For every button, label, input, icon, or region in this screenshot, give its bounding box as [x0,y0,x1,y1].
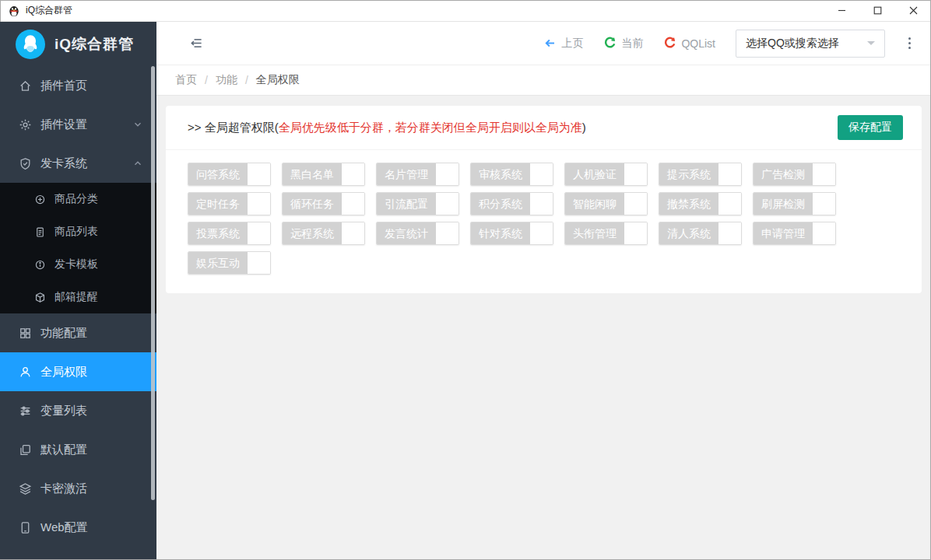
permission-item[interactable]: 撤禁系统 [659,192,742,215]
nav-prev-page[interactable]: 上页 [543,37,583,51]
permission-checkbox[interactable] [530,222,553,244]
permission-item[interactable]: 刷屏检测 [753,192,836,215]
permission-checkbox[interactable] [813,193,835,215]
permission-item[interactable]: 清人系统 [659,222,742,245]
permission-item[interactable]: 远程系统 [282,222,365,245]
sidebar-item-plugin-settings[interactable]: 插件设置 [0,105,156,144]
permission-checkbox[interactable] [342,163,364,185]
permission-label: 循环任务 [283,193,342,215]
chevron-down-icon [133,120,142,129]
breadcrumb-item[interactable]: 功能 [216,73,237,87]
collapse-sidebar-icon[interactable] [189,36,204,51]
heading-prefix: >> 全局超管权限( [188,121,279,134]
toolbar: 上页 当前 [156,22,931,65]
permission-item[interactable]: 人机验证 [564,163,648,186]
permission-checkbox[interactable] [530,193,553,215]
permission-checkbox[interactable] [718,222,741,244]
save-config-button[interactable]: 保存配置 [838,115,903,140]
permission-item[interactable]: 问答系统 [188,163,271,186]
sidebar-item-label: 功能配置 [40,326,87,341]
qq-logo-icon [16,30,45,59]
sidebar-nav: 插件首页插件设置发卡系统商品分类商品列表发卡模板邮箱提醒功能配置全局权限变量列表… [0,66,156,547]
user-icon [19,366,32,379]
permission-label: 黑白名单 [283,163,342,185]
maximize-button[interactable] [859,0,895,21]
permission-label: 刷屏检测 [754,193,813,215]
permission-checkbox[interactable] [248,163,270,185]
permission-item[interactable]: 申请管理 [753,222,836,245]
sidebar-item-web-config[interactable]: Web配置 [0,508,156,547]
permission-item[interactable]: 投票系统 [188,222,271,245]
sidebar-item-product-list[interactable]: 商品列表 [0,215,156,248]
permission-checkbox[interactable] [624,193,647,215]
minimize-button[interactable] [824,0,859,21]
permission-checkbox[interactable] [624,222,647,244]
permission-checkbox[interactable] [342,222,364,244]
permission-item[interactable]: 审核系统 [470,163,553,186]
permission-checkbox[interactable] [624,163,647,185]
sidebar-item-variable-list[interactable]: 变量列表 [0,391,156,430]
permission-label: 发言统计 [377,222,436,244]
sidebar-item-function-config[interactable]: 功能配置 [0,313,156,352]
permission-checkbox[interactable] [813,222,835,244]
permission-item[interactable]: 引流配置 [376,192,459,215]
permission-checkbox[interactable] [813,163,835,185]
permission-checkbox[interactable] [718,163,741,185]
app-window: iQ综合群管 iQ综合群管 插件首页插件设置发卡系统商品分类商品列表发卡模板邮箱… [0,0,931,560]
sidebar-scrollbar-thumb[interactable] [151,66,155,500]
permission-label: 投票系统 [188,222,248,244]
sidebar-item-label: 插件设置 [40,117,87,132]
permission-item[interactable]: 针对系统 [470,222,553,245]
permission-label: 头衔管理 [565,222,624,244]
qq-select-dropdown[interactable]: 选择QQ或搜索选择 [736,30,885,58]
permission-checkbox[interactable] [248,222,270,244]
permission-item[interactable]: 名片管理 [376,163,459,186]
sidebar-item-label: 商品分类 [54,192,98,206]
nav-refresh-qqlist[interactable]: QQList [663,37,715,50]
permission-checkbox[interactable] [436,222,458,244]
refresh-icon [603,37,617,50]
sidebar-item-card-template[interactable]: 发卡模板 [0,248,156,281]
breadcrumb-item[interactable]: 首页 [175,73,197,87]
sidebar-item-card-system[interactable]: 发卡系统 [0,144,156,183]
permission-item[interactable]: 发言统计 [376,222,459,245]
permission-item[interactable]: 智能闲聊 [564,192,648,215]
sidebar-item-label: 商品列表 [54,225,98,239]
permission-item[interactable]: 提示系统 [659,163,742,186]
sidebar-item-default-config[interactable]: 默认配置 [0,430,156,469]
permission-checkbox[interactable] [436,193,458,215]
sidebar-item-mail-reminder[interactable]: 邮箱提醒 [0,281,156,313]
permissions-panel: >> 全局超管权限(全局优先级低于分群，若分群关闭但全局开启则以全局为准) 保存… [166,106,922,293]
permission-checkbox[interactable] [248,252,270,274]
sidebar-item-label: Web配置 [40,520,88,535]
permission-checkbox[interactable] [436,163,458,185]
tablet-icon [19,521,32,534]
sidebar-item-plugin-home[interactable]: 插件首页 [0,66,156,105]
permission-item[interactable]: 积分系统 [470,192,553,215]
qq-penguin-app-icon [8,5,20,17]
more-menu-icon[interactable] [905,34,914,52]
sidebar-item-card-key-activation[interactable]: 卡密激活 [0,469,156,508]
chevron-down-icon [867,41,875,49]
sidebar-item-global-permissions[interactable]: 全局权限 [0,352,156,391]
nav-qqlist-label: QQList [681,37,715,50]
permission-item[interactable]: 广告检测 [753,163,836,186]
breadcrumb-separator: / [205,74,208,86]
permission-checkbox[interactable] [718,193,741,215]
permission-item[interactable]: 循环任务 [282,192,365,215]
permission-item[interactable]: 定时任务 [188,192,271,215]
close-button[interactable] [895,0,931,21]
permission-item[interactable]: 娱乐互动 [188,251,271,275]
permission-label: 智能闲聊 [565,193,624,215]
permission-checkbox[interactable] [530,163,553,185]
permission-checkbox[interactable] [342,193,364,215]
sidebar-item-product-category[interactable]: 商品分类 [0,183,156,215]
permission-item[interactable]: 黑白名单 [282,163,365,186]
brand: iQ综合群管 [0,22,156,66]
nav-refresh-current[interactable]: 当前 [603,37,643,51]
permission-item[interactable]: 头衔管理 [564,222,648,245]
permission-checkbox[interactable] [248,193,270,215]
panel-header: >> 全局超管权限(全局优先级低于分群，若分群关闭但全局开启则以全局为准) 保存… [166,106,922,150]
gear-icon [19,118,32,131]
layers-icon [19,482,32,495]
